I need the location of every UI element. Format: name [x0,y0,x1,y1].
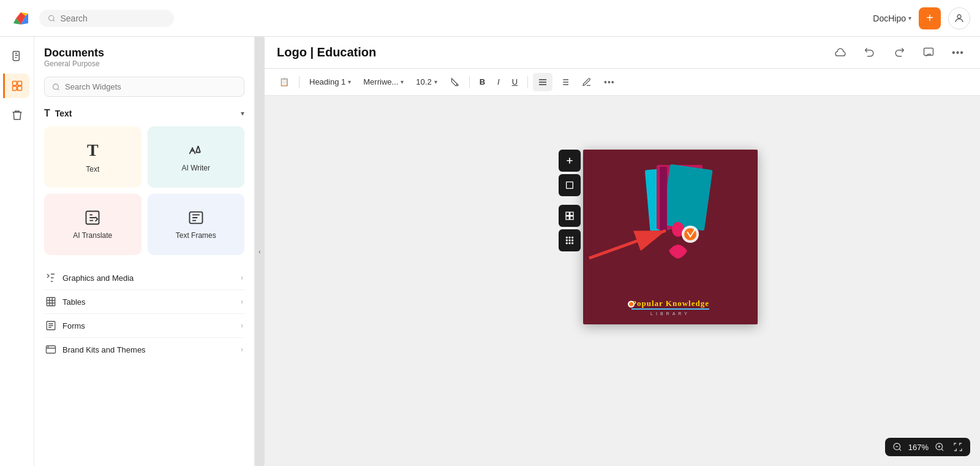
size-label: 10.2 [416,77,431,86]
widget-search-input[interactable] [65,82,236,91]
svg-point-15 [456,84,458,86]
cloud-icon [834,47,846,59]
size-dropdown[interactable]: 10.2 ▾ [411,73,442,91]
svg-point-2 [957,15,961,18]
scale-icon [565,180,575,190]
text-widget-label: Text [86,165,99,174]
bold-button[interactable]: B [475,73,490,91]
header-search-box[interactable] [39,10,174,27]
editor-topbar-actions: ••• [831,43,968,63]
new-document-button[interactable]: + [919,7,941,29]
clipboard-icon: 📋 [279,77,289,86]
ai-translate-widget-card[interactable]: AI Translate [44,194,141,255]
logo-main-text-wrapper: Popular Knowledge [631,299,709,310]
user-icon [954,13,965,24]
toolbar-divider-2 [469,76,470,88]
font-dropdown[interactable]: Merriwe... ▾ [358,73,409,91]
comment-button[interactable] [919,43,938,63]
graphics-section-item[interactable]: Graphics and Media › [44,266,244,290]
app-logo [10,7,32,29]
logo-text-container: Popular Knowledge LIBRARY [583,297,758,316]
canvas-area[interactable]: Popular Knowledge LIBRARY 167% [265,96,980,466]
plus-icon: + [926,11,933,25]
dots-icon [565,235,575,245]
text-section-icon: T [44,108,50,119]
svg-rect-18 [567,182,573,189]
heading-dropdown[interactable]: Heading 1 ▾ [304,73,356,91]
tool-separator [559,199,581,202]
text-frames-icon [187,209,205,226]
svg-rect-13 [47,346,56,353]
widget-search-icon [52,83,60,91]
brand-kits-icon [45,344,56,355]
top-header: DocHipo ▾ + [0,0,980,37]
text-widget-card[interactable]: T Text [44,126,141,188]
add-tool-button[interactable] [559,150,581,172]
dochipo-label: DocHipo [873,13,906,23]
undo-icon [864,47,876,59]
dots-tool-button[interactable] [559,229,581,251]
tables-chevron-icon: › [241,297,243,306]
svg-line-17 [589,231,666,258]
highlight-icon [582,77,592,87]
more-format-icon: ••• [604,77,615,87]
highlight-button[interactable] [577,73,597,91]
widget-search-box[interactable] [44,77,244,97]
italic-icon: I [497,77,500,86]
rail-documents-icon[interactable] [5,44,29,69]
font-chevron-icon: ▾ [401,78,404,85]
text-frames-widget-card[interactable]: Text Frames [148,194,245,255]
svg-point-30 [569,243,570,244]
text-section-header[interactable]: T Text ▾ [44,108,244,119]
grid-tool-button[interactable] [559,205,581,227]
svg-point-25 [572,237,573,238]
zoom-minus-button[interactable] [892,442,902,452]
forms-label: Forms [62,321,85,330]
add-icon [565,156,575,166]
more-format-button[interactable]: ••• [599,73,620,91]
paint-bucket-button[interactable] [445,73,464,91]
svg-rect-22 [570,216,573,220]
text-section-title: Text [55,109,72,118]
text-section-chevron-icon: ▾ [241,109,244,118]
clipboard-button[interactable]: 📋 [274,73,294,91]
align-button[interactable] [533,73,552,91]
undo-button[interactable] [860,43,880,63]
comment-icon [922,47,935,59]
underline-button[interactable]: U [507,73,522,91]
svg-rect-19 [566,212,569,215]
zoom-plus-button[interactable] [935,442,944,452]
forms-section-item[interactable]: Forms › [44,314,244,338]
ai-translate-icon [84,209,101,226]
zoom-expand-button[interactable] [953,442,963,452]
user-avatar-button[interactable] [948,7,970,29]
grid-icon [565,211,575,221]
search-input[interactable] [61,13,166,23]
zoom-bar: 167% [885,438,970,456]
graphics-icon [45,272,56,283]
rail-widgets-icon[interactable] [3,74,29,98]
ai-writer-widget-card[interactable]: AI Writer [148,126,245,188]
align-icon [538,77,548,87]
ai-writer-label: AI Writer [182,164,210,172]
dochipo-menu[interactable]: DocHipo ▾ [873,13,911,23]
sidebar-collapse-handle[interactable]: ‹ [255,37,265,466]
redo-button[interactable] [889,43,909,63]
list-icon [560,77,570,87]
bold-icon: B [480,77,485,86]
brand-kits-section-item[interactable]: Brand Kits and Themes › [44,338,244,361]
cloud-save-button[interactable] [831,43,850,63]
rail-trash-icon[interactable] [5,103,29,128]
text-widget-grid: T Text AI Writer AI Translate [44,126,244,255]
canvas-tool-panel [559,150,581,251]
scale-tool-button[interactable] [559,174,581,196]
toolbar-divider-3 [527,76,528,88]
size-chevron-icon: ▾ [434,78,437,85]
more-options-button[interactable]: ••• [948,43,968,63]
italic-button[interactable]: I [492,73,505,91]
collapse-icon: ‹ [258,248,260,255]
text-anchor-dot [628,301,635,308]
graphics-label: Graphics and Media [62,273,134,283]
list-button[interactable] [555,73,575,91]
tables-section-item[interactable]: Tables › [44,290,244,314]
